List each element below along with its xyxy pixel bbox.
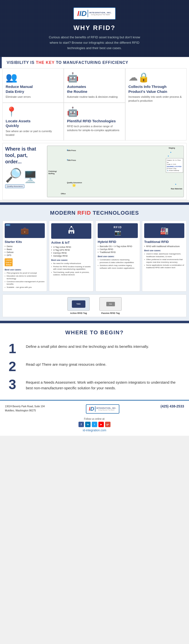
map-section: Where is that tool, part, order... 🔍 🖥️ … [3,143,186,200]
social-li-icon[interactable]: in [85,422,91,427]
begin-heading: WHERE TO BEGIN? [9,329,180,336]
starter-icon: 💼 [21,227,29,235]
active-item-1: •V-Tag Active RFID [51,246,91,248]
traditional-best-use-label: Best use cases: [144,249,184,252]
social-yt-icon[interactable]: ▶ [98,422,104,427]
computer-person-icon: 🖥️ [23,170,37,183]
header-description: Curious about the benefits of RFID asset… [45,35,144,51]
starter-use-3: •Convince executive management of proven… [5,280,45,286]
active-tag-item: TAG Active RFID Tag [67,297,90,314]
footer-address-1: 13024 Beverly Park Road, Suite 104 [5,404,45,408]
footer-address-block: 13024 Beverly Park Road, Suite 104 Mukil… [5,404,45,413]
svg-rect-0 [68,230,74,234]
active-tag-label: Active RFID Tag [67,312,90,314]
svg-point-3 [71,226,72,228]
rfid-card-starter: RFID 💼 Starter Kits •Demo •Basic •Deluxe… [3,220,47,292]
map-pin-staging: 🔹 [169,151,172,154]
passive-tag-label: Passive RFID Tag [99,312,122,314]
feature-plentiful: 🤖 Plentiful RFID Technologies RFID tech … [64,103,125,141]
footer-website[interactable]: id-integration.com [5,428,184,432]
social-icons-row: f in t ▶ g+ [5,422,184,427]
begin-step-1: 1 Define a small pilot demo and test the… [9,342,180,356]
starter-use-1: •Pilot programs for proof of concept [5,272,45,274]
active-tag-visual: TAG [67,297,90,311]
starter-items: •Demo •Basic •Deluxe •GPS [5,245,45,257]
features-container: 👥 Reduce ManualData Entry Eliminate user… [3,68,186,140]
rfid-card-active: Active & IoT •V-Tag Active RFID •V-Tag G… [49,220,94,292]
footer-logo-id: ID [89,406,94,412]
svg-rect-2 [72,232,73,234]
feature-reduce: 👥 Reduce ManualData Entry Eliminate user… [3,68,64,102]
map-pin-400k: 🔹 [66,148,69,152]
feature-reduce-icon: 👥 [6,72,61,83]
feature-automate-title: Automatesthe Routine [67,84,122,94]
footer-logo-divider [95,406,95,412]
starter-icon-box: RFID 💼 [5,223,45,238]
traditional-use-1: •Used in retail, warehouse management, h… [144,252,184,258]
active-icon-box [51,223,91,239]
traditional-items: •RFID with traditional infrastructure [144,245,184,248]
step-text-1: Define a small pilot demo and test the t… [26,342,149,350]
starter-item-gps: •GPS [5,254,45,257]
starter-use-4: •Scalable - can grow with you [5,286,45,289]
footer-logo-company: INTEGRATION, INC. [96,407,117,409]
starter-item-deluxe: •Deluxe [5,251,45,254]
active-use-2: •Perfect for RFID location tracking of a… [51,265,91,271]
active-icon [66,225,76,237]
footer-top: 13024 Beverly Park Road, Suite 104 Mukil… [5,404,184,414]
feature-plentiful-icon: 🤖 [67,106,122,117]
active-use-3: •Tool tracking, audit prep, work in proc… [51,271,91,276]
starter-item-demo: •Demo [5,245,45,248]
hybrid-use-2: •Solutions which may combine legacy soft… [98,264,138,270]
traditional-use-3: •Some applications include a combination… [144,264,184,270]
hybrid-icon: 📷 [114,230,121,236]
active-items: •V-Tag Active RFID •V-Tag GPS RFID •CenS… [51,246,91,258]
logo-box: IID INTEGRATION, INC. Going Beyond The M… [73,7,116,20]
traditional-icon: 🏭 [160,227,168,235]
map-heading: Where is that tool, part, order... [5,146,45,165]
active-use-cases: •No need for costly infrastructure •Perf… [51,262,91,276]
map-illustration: 🔍 🖥️ [5,167,45,183]
feature-automate: 🤖 Automatesthe Routine Automate routine … [64,68,125,102]
social-fb-icon[interactable]: f [79,422,84,427]
svg-rect-1 [70,232,71,234]
feature-locate-icon: 📍 [6,106,61,117]
step-number-3: 3 [9,378,21,391]
step-text-3: Request a Needs Assessment. Work with ex… [26,378,180,391]
rfid-section-heading: MODERN RFID TECHNOLOGIES [3,210,186,216]
map-pin-staging2: 🔹 [167,154,170,158]
map-pin-qa: ⭐ [72,183,76,187]
begin-section: WHERE TO BEGIN? 1 Define a small pilot d… [0,323,189,400]
footer-address-2: Mukilteo, Washington 98275 [5,408,45,413]
active-title: Active & IoT [51,241,91,244]
hybrid-items: •Barcode OS + V-Tag Active RFID •CenSys … [98,245,138,254]
starter-title: Starter Kits [5,240,45,244]
social-gp-icon[interactable]: g+ [105,422,110,427]
visibility-heading: VISIBILITY IS THE KEY TO MANUFACTURING E… [7,60,184,65]
rfid-card-traditional: 🏭 Traditional RFID •RFID with traditiona… [142,220,186,292]
logo-divider [88,10,88,17]
social-tw-icon[interactable]: t [92,422,97,427]
starter-best-use-label: Best use cases: [5,268,45,271]
hybrid-use-1: •Combination solutions maximizing proces… [98,258,138,264]
map-area-raw: Raw Materials [171,188,182,190]
rfid-red-text: RFID [77,210,91,216]
begin-step-3: 3 Request a Needs Assessment. Work with … [9,378,180,391]
passive-tag-item: TAG Passive RFID Tag [99,297,122,314]
feature-automate-icon: 🤖 [67,72,122,83]
feature-plentiful-title: Plentiful RFID Technologies [67,119,122,124]
traditional-icon-box: 🏭 [144,223,184,238]
starter-use-cases: •Pilot programs for proof of concept •Ed… [5,272,45,289]
section-divider-1 [0,202,189,205]
step-number-1: 1 [9,342,21,356]
hybrid-best-use-label: Best use cases: [98,255,138,258]
feature-plentiful-desc: RFID tech provides a diverse range of so… [67,124,122,132]
hybrid-item-1: •Barcode OS + V-Tag Active RFID [98,245,138,248]
feature-collects-desc: Increases visibility into work order pro… [128,95,183,103]
footer-phone: (425) 438-2533 [160,404,184,408]
footer-logo-box: ID INTEGRATION, INC. Going Beyond The Ma… [86,404,120,414]
map-area-polishing: Polishing/Buffing [49,170,61,175]
map-left: Where is that tool, part, order... 🔍 🖥️ … [5,146,45,188]
footer-social-label: Follow us online at: [5,418,184,420]
feature-automate-desc: Automate routine tasks & decision-making [67,95,122,99]
